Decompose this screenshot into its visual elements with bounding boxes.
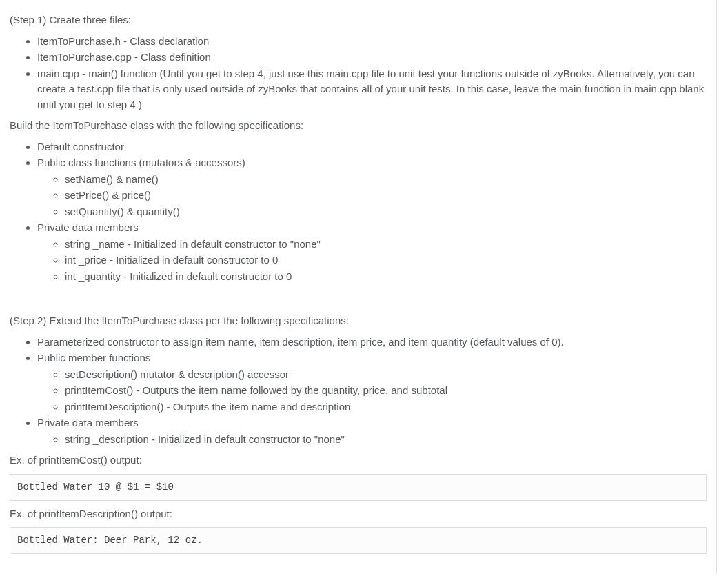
list-item: ItemToPurchase.cpp - Class definition: [37, 50, 707, 66]
example-cost-output: Bottled Water 10 @ $1 = $10: [10, 474, 707, 501]
list-item: setPrice() & price(): [65, 188, 707, 204]
list-item: Private data members string _description…: [37, 415, 707, 447]
step1-build-intro: Build the ItemToPurchase class with the …: [10, 118, 707, 134]
list-item: int _price - Initialized in default cons…: [65, 252, 707, 268]
spacer: [10, 288, 707, 308]
list-item: Parameterized constructor to assign item…: [37, 335, 707, 350]
step2-intro: (Step 2) Extend the ItemToPurchase class…: [10, 313, 707, 329]
list-item: printItemDescription() - Outputs the ite…: [65, 399, 707, 415]
list-item: setQuantity() & quantity(): [65, 204, 707, 220]
list-item: setName() & name(): [65, 172, 707, 188]
step1-private-list: string _name - Initialized in default co…: [37, 237, 707, 285]
step1-intro: (Step 1) Create three files:: [10, 12, 707, 28]
list-item: ItemToPurchase.h - Class declaration: [37, 34, 707, 50]
list-item: string _description - Initialized in def…: [65, 432, 707, 448]
list-item-label: Private data members: [37, 417, 139, 428]
step2-specs-list: Parameterized constructor to assign item…: [10, 335, 707, 448]
list-item: Private data members string _name - Init…: [37, 220, 707, 284]
step2-public-fns-list: setDescription() mutator & description()…: [37, 367, 707, 415]
list-item: string _name - Initialized in default co…: [65, 237, 707, 252]
list-item: Public class functions (mutators & acces…: [37, 155, 707, 219]
step2-private-list: string _description - Initialized in def…: [37, 432, 707, 448]
step1-specs-list: Default constructor Public class functio…: [10, 139, 707, 285]
step1-files-list: ItemToPurchase.h - Class declaration Ite…: [10, 34, 707, 113]
example-desc-label: Ex. of printItemDescription() output:: [10, 506, 707, 522]
example-desc-output: Bottled Water: Deer Park, 12 oz.: [10, 527, 707, 554]
list-item: setDescription() mutator & description()…: [65, 367, 707, 383]
list-item: printItemCost() - Outputs the item name …: [65, 383, 707, 399]
list-item: Default constructor: [37, 139, 707, 155]
step1-public-fns-list: setName() & name() setPrice() & price() …: [37, 172, 707, 220]
list-item: int _quantity - Initialized in default c…: [65, 269, 707, 285]
document-content: (Step 1) Create three files: ItemToPurch…: [0, 0, 717, 573]
list-item: Public member functions setDescription()…: [37, 350, 707, 415]
list-item: main.cpp - main() function (Until you ge…: [37, 66, 707, 113]
list-item-label: Public member functions: [37, 352, 150, 364]
list-item-label: Public class functions (mutators & acces…: [37, 157, 245, 168]
list-item-label: Private data members: [37, 221, 139, 233]
example-cost-label: Ex. of printItemCost() output:: [10, 453, 707, 468]
